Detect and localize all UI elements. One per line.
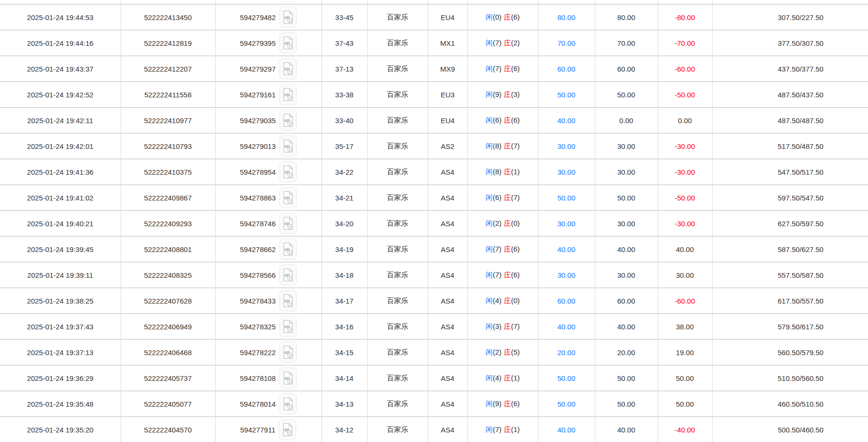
table-code-cell: AS4	[428, 365, 467, 391]
table-code-cell: AS4	[428, 288, 467, 314]
video-replay-button[interactable]	[279, 290, 297, 311]
video-replay-button[interactable]	[279, 136, 297, 157]
player-result-points: (9)	[493, 400, 501, 408]
shoe-round-cell: 37-13	[321, 56, 367, 82]
player-result-points: (7)	[493, 245, 501, 253]
table-code-cell: AS4	[428, 236, 467, 262]
bet-amount-link[interactable]: 70.00	[558, 39, 576, 47]
round-id-text: 594278746	[240, 220, 276, 228]
game-name-cell: 百家乐	[367, 365, 428, 391]
video-replay-button[interactable]	[279, 419, 296, 440]
bet-amount-cell: 40.00	[538, 417, 595, 442]
bet-amount-link[interactable]: 30.00	[558, 271, 576, 279]
bet-amount-link[interactable]: 30.00	[558, 142, 576, 150]
table-row: 2025-01-24 19:35:48 522222405077 5942780…	[0, 391, 868, 417]
banker-result-label: 庄	[504, 13, 511, 21]
video-replay-button[interactable]	[279, 84, 297, 105]
bet-amount-cell: 50.00	[538, 365, 595, 391]
bet-amount-link[interactable]: 60.00	[558, 65, 576, 73]
balance-cell: 487.50/437.50	[712, 82, 868, 107]
bet-amount-link[interactable]: 30.00	[558, 220, 576, 228]
valid-bet-cell: 30.00	[595, 210, 658, 236]
bet-amount-cell: 40.00	[538, 107, 595, 133]
bet-id-cell: 522222410375	[121, 159, 215, 185]
video-replay-button[interactable]	[279, 187, 297, 208]
video-replay-button[interactable]	[279, 7, 297, 28]
bet-amount-link[interactable]: 40.00	[558, 426, 576, 434]
shoe-round-cell: 33-38	[321, 82, 367, 107]
round-id-text: 594278108	[240, 374, 276, 382]
table-code-cell: AS4	[428, 314, 467, 339]
banker-result-points: (7)	[511, 142, 520, 150]
bet-amount-link[interactable]: 50.00	[558, 91, 576, 99]
table-row: 2025-01-24 19:44:53 522222413450 5942794…	[0, 4, 868, 30]
bet-time-cell: 2025-01-24 19:44:16	[0, 30, 121, 56]
game-name-cell: 百家乐	[367, 391, 428, 417]
valid-bet-cell: 20.00	[595, 339, 658, 365]
banker-result-points: (2)	[511, 39, 520, 47]
game-name-cell: 百家乐	[367, 185, 428, 210]
game-name-cell: 百家乐	[367, 4, 428, 30]
round-id-cell: 594279035	[215, 107, 321, 133]
player-result-points: (2)	[493, 219, 501, 227]
bet-amount-link[interactable]: 50.00	[558, 374, 576, 382]
bet-amount-link[interactable]: 50.00	[558, 194, 576, 202]
bet-history-table: 2025-01-24 19:44:53 522222413450 5942794…	[0, 0, 868, 442]
win-loss-cell: 50.00	[658, 365, 712, 391]
bet-amount-link[interactable]: 40.00	[558, 323, 576, 331]
balance-cell: 617.50/557.50	[712, 288, 868, 314]
video-replay-button[interactable]	[279, 161, 297, 182]
win-loss-cell: 50.00	[658, 391, 712, 417]
valid-bet-cell: 40.00	[595, 417, 658, 442]
partial-cell	[428, 0, 467, 4]
bet-amount-link[interactable]: 40.00	[558, 245, 576, 253]
win-loss-value: 38.00	[676, 323, 694, 331]
bet-time-cell: 2025-01-24 19:41:36	[0, 159, 121, 185]
result-cell: 闲(2)庄(0)	[467, 210, 538, 236]
video-replay-button[interactable]	[279, 32, 297, 53]
video-replay-button[interactable]	[279, 342, 297, 363]
video-replay-button[interactable]	[279, 264, 297, 285]
table-code-cell: AS4	[428, 159, 467, 185]
video-replay-button[interactable]	[279, 393, 297, 414]
balance-cell: 500.50/460.50	[712, 417, 868, 442]
video-replay-button[interactable]	[279, 213, 297, 234]
video-replay-button[interactable]	[279, 239, 297, 260]
banker-result-label: 庄	[504, 39, 511, 47]
bet-time-cell: 2025-01-24 19:38:25	[0, 288, 121, 314]
banker-result-points: (7)	[511, 193, 520, 201]
bet-time-cell: 2025-01-24 19:41:02	[0, 185, 121, 210]
round-id-cell: 594277911	[215, 417, 321, 442]
table-code-cell: AS2	[428, 133, 467, 159]
game-name-cell: 百家乐	[367, 314, 428, 339]
bet-amount-link[interactable]: 80.00	[558, 13, 576, 21]
bet-id-cell: 522222405737	[121, 365, 215, 391]
bet-amount-link[interactable]: 50.00	[558, 400, 576, 408]
video-replay-button[interactable]	[279, 110, 297, 131]
bet-id-cell: 522222411558	[121, 82, 215, 107]
player-result-points: (7)	[493, 425, 501, 433]
result-cell: 闲(9)庄(3)	[467, 82, 538, 107]
result-cell: 闲(6)庄(6)	[467, 107, 538, 133]
round-id-cell: 594278566	[215, 262, 321, 288]
bet-amount-link[interactable]: 60.00	[558, 297, 576, 305]
valid-bet-cell: 60.00	[595, 56, 658, 82]
round-id-cell: 594279013	[215, 133, 321, 159]
video-replay-button[interactable]	[279, 368, 297, 389]
bet-amount-link[interactable]: 20.00	[558, 348, 576, 357]
table-row: 2025-01-24 19:41:02 522222409867 5942788…	[0, 185, 868, 210]
player-result-label: 闲	[486, 348, 493, 356]
banker-result-label: 庄	[504, 348, 511, 356]
player-result-label: 闲	[486, 90, 493, 98]
result-cell: 闲(0)庄(6)	[467, 4, 538, 30]
partial-cell	[367, 0, 428, 4]
bet-amount-link[interactable]: 40.00	[558, 116, 576, 125]
video-replay-button[interactable]	[279, 316, 297, 337]
player-result-points: (8)	[493, 168, 501, 176]
bet-amount-link[interactable]: 30.00	[558, 168, 576, 176]
win-loss-value: -50.00	[675, 194, 695, 202]
video-replay-button[interactable]	[279, 58, 297, 79]
win-loss-cell: 38.00	[658, 314, 712, 339]
bet-id-cell: 522222410977	[121, 107, 215, 133]
shoe-round-cell: 34-21	[321, 185, 367, 210]
